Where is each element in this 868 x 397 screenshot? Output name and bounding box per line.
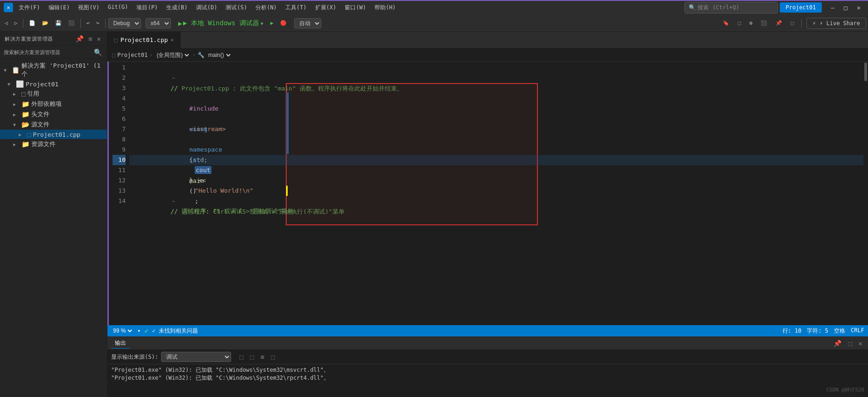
sidebar-more-icon[interactable]: ≡ bbox=[87, 35, 93, 43]
tree-headers[interactable]: ▶ 📁 头文件 bbox=[0, 109, 107, 119]
tab-close-button[interactable]: ✕ bbox=[171, 37, 174, 43]
resources-icon: 📁 bbox=[21, 140, 29, 148]
cpp-arrow: ▶ bbox=[19, 132, 24, 137]
close-button[interactable]: ✕ bbox=[853, 4, 864, 11]
project-icon: ⬜ bbox=[16, 80, 24, 88]
code-line-11[interactable]: } bbox=[129, 165, 863, 175]
menu-extensions[interactable]: 扩展(X) bbox=[311, 2, 340, 14]
spaces-label: 空格 bbox=[834, 327, 845, 335]
solution-root[interactable]: ▼ 📋 解决方案 'Project01' (1 个 bbox=[0, 61, 107, 79]
output-action-2[interactable]: ⬚ bbox=[248, 352, 255, 362]
debug-config-select[interactable]: Debug bbox=[108, 18, 141, 28]
encoding-label: CRLF bbox=[851, 327, 864, 335]
code-line-13[interactable]: − // 运行程序: Ctrl + F5 或调试 >"开始执行(不调试)"菜单 bbox=[129, 186, 863, 196]
fire-run-button[interactable]: ▶ bbox=[268, 19, 276, 28]
new-file-button[interactable]: 📄 bbox=[26, 19, 38, 28]
output-action-1[interactable]: ⬚ bbox=[238, 352, 245, 362]
ln-2: 2 bbox=[113, 73, 126, 83]
output-expand-icon[interactable]: ⬚ bbox=[846, 339, 854, 348]
zoom-select[interactable]: 99 % bbox=[111, 327, 134, 334]
search-icon: 🔍 bbox=[689, 4, 696, 11]
toolbar-icon-5[interactable]: ⬚ bbox=[788, 19, 797, 28]
breadcrumb-icon: ⬚ bbox=[112, 52, 115, 58]
menu-build[interactable]: 生成(B) bbox=[162, 2, 191, 14]
sidebar-close-icon[interactable]: ✕ bbox=[96, 35, 102, 43]
menu-tools[interactable]: 工具(T) bbox=[282, 2, 311, 14]
toolbar-icon-1[interactable]: ⬚ bbox=[735, 19, 744, 28]
code-content[interactable]: − // Project01.cpp : 此文件包含 "main" 函数。程序执… bbox=[129, 62, 863, 325]
auto-select[interactable]: 自动 bbox=[294, 18, 321, 28]
redo-button[interactable]: ↪ bbox=[93, 19, 102, 28]
code-line-1[interactable]: − // Project01.cpp : 此文件包含 "main" 函数。程序执… bbox=[129, 63, 863, 73]
tree-main-cpp[interactable]: ▶ ⬚ Project01.cpp bbox=[0, 130, 107, 139]
maximize-button[interactable]: □ bbox=[840, 4, 851, 11]
output-action-4[interactable]: ⬚ bbox=[269, 352, 276, 362]
bookmark-button[interactable]: 🔖 bbox=[720, 19, 732, 28]
code-line-8[interactable]: − int main () bbox=[129, 134, 863, 145]
sidebar-pin-icon[interactable]: 📌 bbox=[74, 35, 85, 43]
project-label: Project01 bbox=[26, 81, 58, 88]
menu-debug[interactable]: 调试(D) bbox=[192, 2, 221, 14]
hot-reload-button[interactable]: 🔴 bbox=[277, 19, 289, 28]
minimize-button[interactable]: — bbox=[827, 4, 839, 11]
code-line-10[interactable]: cout << "Hello World!\n" ; bbox=[129, 155, 863, 165]
status-right: 行: 10 字符: 5 空格 CRLF bbox=[783, 327, 865, 335]
menu-analyze[interactable]: 分析(N) bbox=[252, 2, 281, 14]
output-action-3[interactable]: ≡ bbox=[259, 352, 266, 362]
tree-external-deps[interactable]: ▶ 📁 外部依赖项 bbox=[0, 99, 107, 109]
search-box[interactable]: 🔍 搜索 (Ctrl+Q) bbox=[685, 2, 778, 14]
menu-git[interactable]: Git(G) bbox=[104, 2, 132, 14]
menu-file[interactable]: 文件(F) bbox=[15, 2, 44, 14]
toolbar-icon-4[interactable]: 📌 bbox=[773, 19, 785, 28]
output-tab[interactable]: 输出 bbox=[111, 338, 130, 348]
platform-select[interactable]: x64 bbox=[146, 18, 171, 28]
editor-scrollbar[interactable] bbox=[863, 62, 868, 325]
output-pin-icon[interactable]: 📌 bbox=[832, 339, 843, 348]
tab-project01-cpp[interactable]: ⬚ Project01.cpp ✕ bbox=[107, 32, 181, 48]
code-line-5[interactable] bbox=[129, 104, 863, 114]
ln-3: 3 bbox=[113, 83, 126, 93]
resources-arrow: ▶ bbox=[13, 142, 19, 147]
save-button[interactable]: 💾 bbox=[52, 19, 64, 28]
code-line-14[interactable]: // 调试程序: F5 或调试 >"开始调试"菜单 bbox=[129, 196, 863, 206]
col-label: 字符: 5 bbox=[807, 327, 828, 335]
breadcrumb-func-select[interactable]: main() bbox=[206, 51, 232, 59]
extdeps-label: 外部依赖项 bbox=[31, 100, 62, 108]
open-button[interactable]: 📂 bbox=[39, 19, 51, 28]
app-logo: ✕ bbox=[4, 3, 13, 12]
breadcrumb-func-icon: 🔧 bbox=[198, 52, 205, 58]
menu-view[interactable]: 视图(V) bbox=[74, 2, 103, 14]
output-source-select[interactable]: 调试 bbox=[161, 352, 231, 362]
breadcrumb-project[interactable]: Project01 bbox=[117, 52, 148, 58]
tree-references[interactable]: ▶ ⬚ 引用 bbox=[0, 89, 107, 99]
menu-test[interactable]: 测试(S) bbox=[222, 2, 251, 14]
sidebar-search-icon[interactable]: 🔍 bbox=[92, 48, 103, 56]
undo-button[interactable]: ↩ bbox=[84, 19, 92, 28]
code-line-4[interactable]: #include <iostream> bbox=[129, 93, 863, 104]
headers-icon: 📁 bbox=[21, 111, 29, 118]
code-line-7[interactable] bbox=[129, 124, 863, 134]
code-line-3[interactable] bbox=[129, 83, 863, 93]
menu-bar: 文件(F) 编辑(E) 视图(V) Git(G) 项目(P) 生成(B) 调试(… bbox=[15, 2, 683, 14]
breadcrumb-scope-select[interactable]: (全局范围) bbox=[155, 51, 191, 59]
menu-edit[interactable]: 编辑(E) bbox=[45, 2, 74, 14]
forward-button[interactable]: ▷ bbox=[12, 19, 21, 28]
back-button[interactable]: ◁ bbox=[2, 19, 11, 28]
project-node[interactable]: ▼ ⬜ Project01 bbox=[0, 79, 107, 89]
code-line-12[interactable] bbox=[129, 175, 863, 186]
tree-source-files[interactable]: ▼ 📂 源文件 bbox=[0, 119, 107, 130]
live-share-button[interactable]: ⚡ ⚡ Live Share bbox=[806, 18, 866, 29]
output-close-icon[interactable]: ✕ bbox=[857, 339, 864, 348]
menu-help[interactable]: 帮助(H) bbox=[371, 2, 400, 14]
scrollbar-thumb[interactable] bbox=[864, 63, 867, 81]
run-button[interactable]: ▶ ▶ 本地 Windows 调试器 ▾ bbox=[176, 18, 267, 29]
code-line-2[interactable]: // bbox=[129, 73, 863, 83]
save-all-button[interactable]: ⬛ bbox=[65, 19, 78, 28]
code-line-6[interactable]: using namespace std; bbox=[129, 114, 863, 124]
tree-resources[interactable]: ▶ 📁 资源文件 bbox=[0, 139, 107, 149]
menu-window[interactable]: 窗口(W) bbox=[341, 2, 370, 14]
menu-project[interactable]: 项目(P) bbox=[133, 2, 162, 14]
toolbar-icon-3[interactable]: ⬛ bbox=[758, 19, 770, 28]
toolbar-icon-2[interactable]: ⚙ bbox=[747, 19, 755, 28]
code-line-9[interactable]: { bbox=[129, 145, 863, 155]
